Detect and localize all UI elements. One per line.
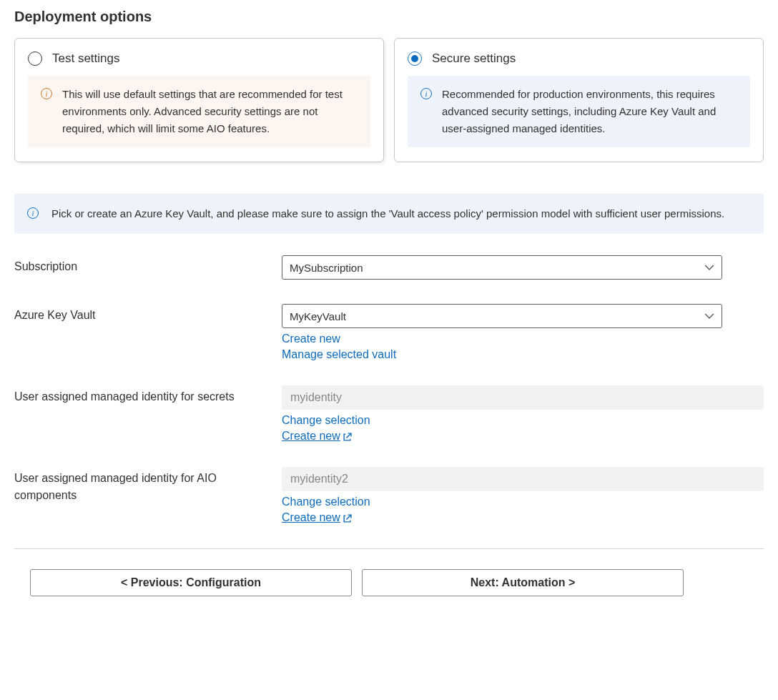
info-icon: i [27, 207, 39, 219]
input-identity-aio-value: myidentity2 [290, 473, 348, 485]
option-card-test[interactable]: Test settings i This will use default se… [14, 38, 384, 162]
label-identity-aio: User assigned managed identity for AIO c… [14, 467, 282, 504]
chevron-down-icon [704, 311, 714, 321]
input-identity-aio: myidentity2 [282, 467, 764, 491]
info-icon: i [420, 88, 432, 99]
row-identity-aio: User assigned managed identity for AIO c… [14, 467, 764, 524]
select-subscription-value: MySubscription [290, 262, 363, 274]
select-subscription[interactable]: MySubscription [282, 255, 722, 280]
input-identity-secrets-value: myidentity [290, 391, 342, 404]
link-identity-aio-change[interactable]: Change selection [282, 496, 370, 508]
link-identity-secrets-create-new[interactable]: Create new [282, 430, 352, 443]
key-vault-banner: i Pick or create an Azure Key Vault, and… [14, 194, 764, 234]
option-title-secure: Secure settings [432, 51, 516, 66]
select-keyvault[interactable]: MyKeyVault [282, 304, 722, 328]
next-button[interactable]: Next: Automation > [362, 569, 684, 596]
separator [14, 548, 764, 549]
option-header-test: Test settings [28, 51, 370, 66]
row-keyvault: Azure Key Vault MyKeyVault Create new Ma… [14, 304, 764, 361]
info-box-secure: i Recommended for production environment… [408, 76, 750, 147]
option-header-secure: Secure settings [408, 51, 750, 66]
radio-test[interactable] [28, 51, 42, 66]
label-identity-secrets: User assigned managed identity for secre… [14, 385, 282, 405]
section-title: Deployment options [14, 9, 764, 25]
link-identity-secrets-change[interactable]: Change selection [282, 414, 370, 427]
option-title-test: Test settings [52, 51, 120, 66]
previous-button[interactable]: < Previous: Configuration [30, 569, 352, 596]
select-keyvault-value: MyKeyVault [290, 310, 346, 322]
option-card-secure[interactable]: Secure settings i Recommended for produc… [394, 38, 764, 162]
chevron-down-icon [704, 262, 714, 272]
link-text: Create new [282, 511, 340, 524]
nav-row: < Previous: Configuration Next: Automati… [14, 569, 764, 596]
info-text-secure: Recommended for production environments,… [442, 86, 737, 137]
info-text-test: This will use default settings that are … [62, 86, 358, 137]
banner-text: Pick or create an Azure Key Vault, and p… [51, 205, 724, 222]
info-icon: i [41, 88, 52, 99]
label-subscription: Subscription [14, 255, 282, 275]
link-keyvault-create-new[interactable]: Create new [282, 332, 340, 345]
row-subscription: Subscription MySubscription [14, 255, 764, 280]
external-link-icon [343, 432, 352, 441]
label-keyvault: Azure Key Vault [14, 304, 282, 324]
link-identity-aio-create-new[interactable]: Create new [282, 511, 352, 524]
radio-secure[interactable] [408, 51, 422, 66]
info-box-test: i This will use default settings that ar… [28, 76, 370, 147]
link-keyvault-manage[interactable]: Manage selected vault [282, 348, 396, 361]
row-identity-secrets: User assigned managed identity for secre… [14, 385, 764, 443]
external-link-icon [343, 513, 352, 523]
link-text: Create new [282, 430, 340, 443]
deployment-options-row: Test settings i This will use default se… [14, 38, 764, 162]
input-identity-secrets: myidentity [282, 385, 764, 410]
